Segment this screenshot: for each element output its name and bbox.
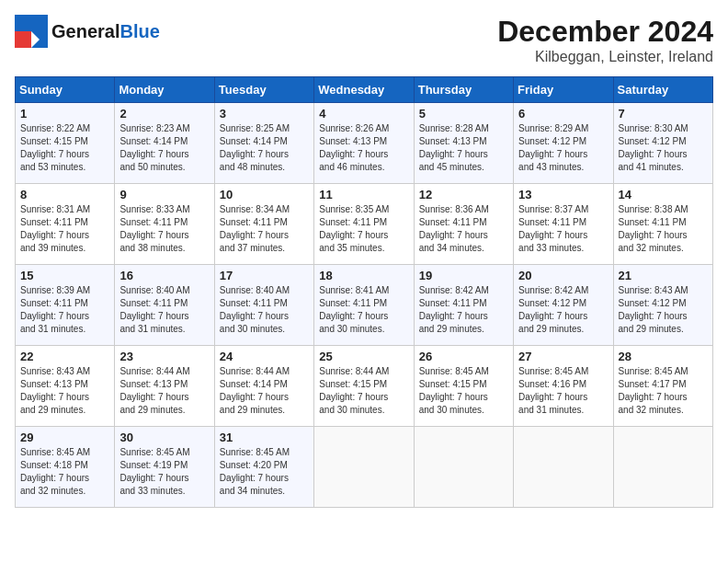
day-info: Sunrise: 8:22 AMSunset: 4:15 PMDaylight:… — [20, 122, 109, 174]
calendar-cell: 2Sunrise: 8:23 AMSunset: 4:14 PMDaylight… — [115, 103, 214, 184]
calendar-cell: 16Sunrise: 8:40 AMSunset: 4:11 PMDayligh… — [115, 265, 214, 346]
day-info: Sunrise: 8:40 AMSunset: 4:11 PMDaylight:… — [119, 284, 209, 336]
day-number: 4 — [319, 107, 408, 121]
location: Kilbeggan, Leinster, Ireland — [497, 49, 713, 65]
calendar-cell: 13Sunrise: 8:37 AMSunset: 4:11 PMDayligh… — [514, 184, 613, 265]
day-info: Sunrise: 8:42 AMSunset: 4:12 PMDaylight:… — [518, 284, 608, 336]
day-info: Sunrise: 8:30 AMSunset: 4:12 PMDaylight:… — [619, 122, 708, 174]
weekday-saturday: Saturday — [613, 77, 712, 103]
day-number: 23 — [119, 350, 209, 363]
day-number: 8 — [20, 188, 109, 201]
day-number: 2 — [119, 107, 209, 121]
day-info: Sunrise: 8:41 AMSunset: 4:11 PMDaylight:… — [319, 284, 408, 336]
weekday-wednesday: Wednesday — [314, 77, 414, 103]
weekday-monday: Monday — [115, 77, 214, 103]
calendar-cell: 18Sunrise: 8:41 AMSunset: 4:11 PMDayligh… — [314, 265, 414, 346]
svg-rect-1 — [31, 15, 48, 31]
calendar-cell: 27Sunrise: 8:45 AMSunset: 4:16 PMDayligh… — [514, 346, 613, 427]
day-info: Sunrise: 8:31 AMSunset: 4:11 PMDaylight:… — [20, 203, 109, 255]
calendar-cell: 29Sunrise: 8:45 AMSunset: 4:18 PMDayligh… — [16, 427, 115, 508]
day-number: 5 — [419, 107, 508, 121]
calendar-week-4: 22Sunrise: 8:43 AMSunset: 4:13 PMDayligh… — [16, 346, 713, 427]
day-info: Sunrise: 8:34 AMSunset: 4:11 PMDaylight:… — [220, 203, 309, 255]
month-title: December 2024 — [497, 15, 713, 49]
day-info: Sunrise: 8:29 AMSunset: 4:12 PMDaylight:… — [518, 122, 608, 174]
svg-rect-0 — [15, 15, 31, 31]
calendar-week-5: 29Sunrise: 8:45 AMSunset: 4:18 PMDayligh… — [16, 427, 713, 508]
day-number: 12 — [419, 188, 508, 201]
weekday-thursday: Thursday — [414, 77, 513, 103]
calendar-header: SundayMondayTuesdayWednesdayThursdayFrid… — [16, 77, 713, 103]
day-number: 16 — [119, 269, 209, 282]
day-info: Sunrise: 8:44 AMSunset: 4:13 PMDaylight:… — [119, 365, 209, 417]
logo: GeneralBlue — [15, 15, 160, 48]
calendar-cell: 3Sunrise: 8:25 AMSunset: 4:14 PMDaylight… — [214, 103, 313, 184]
day-info: Sunrise: 8:43 AMSunset: 4:12 PMDaylight:… — [619, 284, 708, 336]
day-info: Sunrise: 8:23 AMSunset: 4:14 PMDaylight:… — [119, 122, 209, 174]
day-number: 31 — [220, 431, 309, 444]
day-number: 9 — [119, 188, 209, 201]
day-info: Sunrise: 8:25 AMSunset: 4:14 PMDaylight:… — [220, 122, 309, 174]
calendar-cell: 28Sunrise: 8:45 AMSunset: 4:17 PMDayligh… — [613, 346, 712, 427]
calendar-week-3: 15Sunrise: 8:39 AMSunset: 4:11 PMDayligh… — [16, 265, 713, 346]
calendar-cell: 26Sunrise: 8:45 AMSunset: 4:15 PMDayligh… — [414, 346, 513, 427]
day-number: 28 — [619, 350, 708, 363]
calendar-cell: 5Sunrise: 8:28 AMSunset: 4:13 PMDaylight… — [414, 103, 513, 184]
day-info: Sunrise: 8:36 AMSunset: 4:11 PMDaylight:… — [419, 203, 508, 255]
day-number: 26 — [419, 350, 508, 363]
day-info: Sunrise: 8:26 AMSunset: 4:13 PMDaylight:… — [319, 122, 408, 174]
day-info: Sunrise: 8:42 AMSunset: 4:11 PMDaylight:… — [419, 284, 508, 336]
day-number: 6 — [518, 107, 608, 121]
day-info: Sunrise: 8:28 AMSunset: 4:13 PMDaylight:… — [419, 122, 508, 174]
calendar-cell: 8Sunrise: 8:31 AMSunset: 4:11 PMDaylight… — [16, 184, 115, 265]
day-number: 25 — [319, 350, 408, 363]
page-header: GeneralBlue December 2024 Kilbeggan, Lei… — [15, 15, 713, 65]
day-info: Sunrise: 8:44 AMSunset: 4:15 PMDaylight:… — [319, 365, 408, 417]
day-number: 21 — [619, 269, 708, 282]
calendar-cell: 9Sunrise: 8:33 AMSunset: 4:11 PMDaylight… — [115, 184, 214, 265]
calendar-cell: 6Sunrise: 8:29 AMSunset: 4:12 PMDaylight… — [514, 103, 613, 184]
day-number: 27 — [518, 350, 608, 363]
day-number: 29 — [20, 431, 109, 444]
calendar-cell: 17Sunrise: 8:40 AMSunset: 4:11 PMDayligh… — [214, 265, 313, 346]
svg-rect-2 — [15, 31, 31, 48]
day-info: Sunrise: 8:37 AMSunset: 4:11 PMDaylight:… — [518, 203, 608, 255]
calendar-cell: 24Sunrise: 8:44 AMSunset: 4:14 PMDayligh… — [214, 346, 313, 427]
calendar-cell: 12Sunrise: 8:36 AMSunset: 4:11 PMDayligh… — [414, 184, 513, 265]
day-number: 3 — [220, 107, 309, 121]
calendar-cell: 1Sunrise: 8:22 AMSunset: 4:15 PMDaylight… — [16, 103, 115, 184]
weekday-header-row: SundayMondayTuesdayWednesdayThursdayFrid… — [16, 77, 713, 103]
calendar-cell: 19Sunrise: 8:42 AMSunset: 4:11 PMDayligh… — [414, 265, 513, 346]
calendar-cell: 11Sunrise: 8:35 AMSunset: 4:11 PMDayligh… — [314, 184, 414, 265]
day-info: Sunrise: 8:45 AMSunset: 4:20 PMDaylight:… — [220, 446, 309, 498]
calendar-cell: 23Sunrise: 8:44 AMSunset: 4:13 PMDayligh… — [115, 346, 214, 427]
day-number: 20 — [518, 269, 608, 282]
calendar-week-1: 1Sunrise: 8:22 AMSunset: 4:15 PMDaylight… — [16, 103, 713, 184]
weekday-tuesday: Tuesday — [214, 77, 313, 103]
day-number: 19 — [419, 269, 508, 282]
day-info: Sunrise: 8:44 AMSunset: 4:14 PMDaylight:… — [220, 365, 309, 417]
calendar-cell: 7Sunrise: 8:30 AMSunset: 4:12 PMDaylight… — [613, 103, 712, 184]
day-info: Sunrise: 8:38 AMSunset: 4:11 PMDaylight:… — [619, 203, 708, 255]
day-number: 1 — [20, 107, 109, 121]
weekday-friday: Friday — [514, 77, 613, 103]
logo-icon — [15, 15, 48, 48]
day-info: Sunrise: 8:33 AMSunset: 4:11 PMDaylight:… — [119, 203, 209, 255]
day-number: 22 — [20, 350, 109, 363]
calendar-body: 1Sunrise: 8:22 AMSunset: 4:15 PMDaylight… — [16, 103, 713, 508]
day-info: Sunrise: 8:43 AMSunset: 4:13 PMDaylight:… — [20, 365, 109, 417]
weekday-sunday: Sunday — [16, 77, 115, 103]
calendar-table: SundayMondayTuesdayWednesdayThursdayFrid… — [15, 76, 713, 508]
calendar-cell — [514, 427, 613, 508]
logo-general: General — [51, 21, 119, 41]
calendar-cell: 20Sunrise: 8:42 AMSunset: 4:12 PMDayligh… — [514, 265, 613, 346]
calendar-cell: 4Sunrise: 8:26 AMSunset: 4:13 PMDaylight… — [314, 103, 414, 184]
day-info: Sunrise: 8:35 AMSunset: 4:11 PMDaylight:… — [319, 203, 408, 255]
day-info: Sunrise: 8:45 AMSunset: 4:17 PMDaylight:… — [619, 365, 708, 417]
calendar-cell — [314, 427, 414, 508]
day-number: 17 — [220, 269, 309, 282]
calendar-cell: 10Sunrise: 8:34 AMSunset: 4:11 PMDayligh… — [214, 184, 313, 265]
day-number: 24 — [220, 350, 309, 363]
day-info: Sunrise: 8:40 AMSunset: 4:11 PMDaylight:… — [220, 284, 309, 336]
day-number: 14 — [619, 188, 708, 201]
